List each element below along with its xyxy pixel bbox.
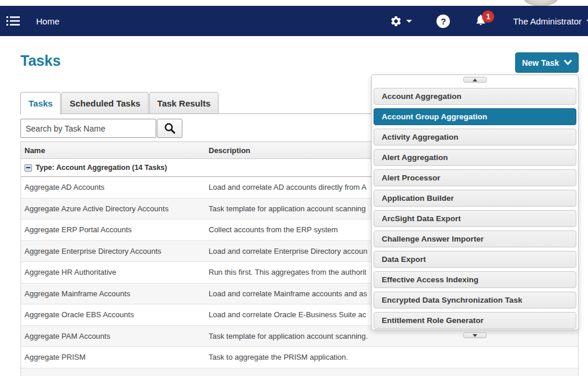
task-description: Task to aggregate the PRISM application. [209, 353, 578, 361]
menu-item-activity-aggregation[interactable]: Activity Aggregation [374, 129, 576, 146]
menu-item-alert-processor[interactable]: Alert Processor [374, 169, 576, 186]
table-row[interactable]: Aggregate PRISM Task to aggregate the PR… [21, 347, 578, 368]
list-icon [6, 16, 20, 26]
new-task-label: New Task [522, 58, 559, 68]
collapse-minus-icon[interactable] [24, 164, 32, 172]
chevron-down-icon [406, 20, 412, 23]
menu-item-arcsight-data-export[interactable]: ArcSight Data Export [374, 210, 576, 227]
search-icon [164, 122, 176, 134]
question-mark-icon: ? [441, 16, 446, 26]
task-name: Aggregate PAM Accounts [21, 332, 209, 340]
nav-home-link[interactable]: Home [36, 16, 59, 26]
menu-item-data-export[interactable]: Data Export [374, 251, 576, 268]
menu-item-encrypted-data-synchronization-task[interactable]: Encrypted Data Synchronization Task [374, 292, 576, 308]
menu-item-effective-access-indexing[interactable]: Effective Access Indexing [374, 271, 576, 288]
chevron-down-icon [564, 60, 572, 65]
menu-item-entitlement-role-generator[interactable]: Entitlement Role Generator [374, 312, 576, 329]
settings-menu-button[interactable] [390, 15, 412, 27]
search-bar [20, 119, 182, 138]
tab-scheduled-tasks[interactable]: Scheduled Tasks [61, 92, 148, 114]
column-header-name[interactable]: Name [21, 146, 209, 155]
task-name: Aggregate Azure Active Directory Account… [21, 204, 209, 213]
task-name: Aggregate Enterprise Directory Accounts [21, 247, 209, 256]
task-name: Aggregate HR Authoritative [21, 268, 209, 276]
task-name: Aggregate Mainframe Accounts [21, 289, 209, 298]
new-task-button[interactable]: New Task [515, 52, 579, 73]
scroll-down-button[interactable] [463, 332, 487, 338]
tab-bar: Tasks Scheduled Tasks Task Results [20, 92, 219, 115]
task-description: Task template for application account sc… [209, 332, 578, 340]
menu-item-account-group-aggregation[interactable]: Account Group Aggregation [374, 108, 576, 125]
page-title: Tasks [20, 52, 61, 69]
task-name: Aggregate ERP Portal Accounts [21, 225, 209, 234]
gear-icon [390, 15, 402, 27]
menu-item-alert-aggregation[interactable]: Alert Aggregation [374, 149, 576, 166]
user-name-label: The Administrator [513, 16, 582, 26]
hamburger-menu-icon[interactable] [0, 16, 27, 26]
tab-task-results[interactable]: Task Results [149, 92, 219, 114]
help-button[interactable]: ? [436, 15, 450, 28]
search-input[interactable] [20, 119, 156, 138]
top-navbar: Home ? 1 The Administrator [0, 6, 588, 36]
task-name: Aggregate Oracle EBS Accounts [21, 310, 209, 319]
triangle-up-icon [473, 79, 477, 81]
notifications-button[interactable]: 1 [474, 13, 487, 29]
new-task-dropdown: Account Aggregation Account Group Aggreg… [371, 75, 579, 330]
tab-tasks[interactable]: Tasks [20, 92, 61, 115]
task-name: Aggregate AD Accounts [21, 183, 209, 191]
notification-badge: 1 [482, 10, 494, 23]
new-task-menu-list: Account Aggregation Account Group Aggreg… [372, 83, 578, 332]
menu-item-challenge-answer-importer[interactable]: Challenge Answer Importer [374, 230, 576, 247]
search-button[interactable] [157, 119, 182, 138]
group-header-label: Type: Account Aggregation (14 Tasks) [36, 164, 167, 172]
scroll-up-button[interactable] [463, 77, 487, 83]
user-menu-button[interactable]: The Administrator [513, 16, 588, 26]
menu-item-application-builder[interactable]: Application Builder [374, 190, 576, 207]
task-name: Aggregate PRISM [21, 353, 209, 361]
triangle-down-icon [473, 334, 477, 337]
table-row-partial [21, 368, 578, 376]
menu-item-account-aggregation[interactable]: Account Aggregation [374, 88, 576, 105]
